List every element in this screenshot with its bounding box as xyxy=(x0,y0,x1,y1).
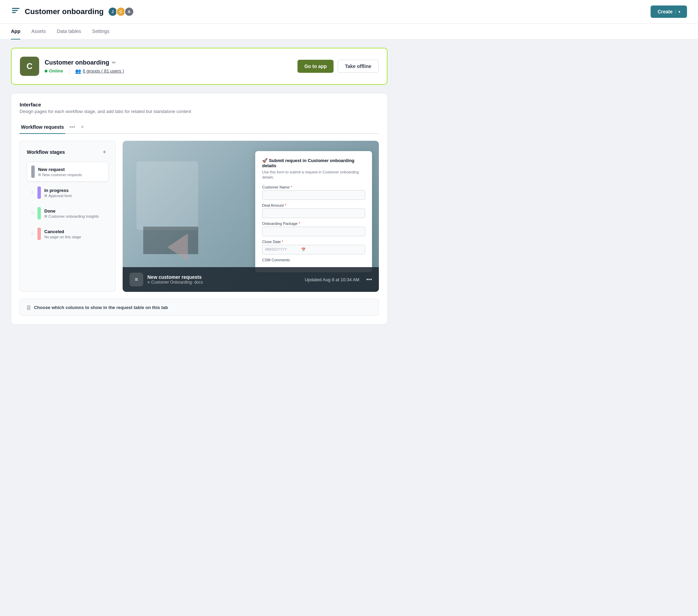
field-input-onboarding-package xyxy=(262,227,365,236)
stage-sub-text-in-progress: Approval form xyxy=(48,194,72,198)
logo-line-1 xyxy=(12,8,20,9)
stage-item-done[interactable]: ⠿ Done ⊞ Customer onboarding Insights xyxy=(27,204,109,223)
stage-sub-text-canceled: No page on this stage xyxy=(44,235,81,239)
stage-item-new-request[interactable]: New request ⊞ New customer requests xyxy=(27,162,109,182)
stage-color-done xyxy=(37,207,41,219)
stage-color-canceled xyxy=(37,228,41,240)
field-label-deal-amount: Deal Amount xyxy=(262,203,365,207)
bg-shape-1 xyxy=(136,161,198,230)
stage-sub-canceled: No page on this stage xyxy=(44,235,81,239)
main-content: C Customer onboarding ✏ Online | 👥 6 gro… xyxy=(0,39,398,333)
groups-text: 6 groups ( 81 users ) xyxy=(83,68,124,73)
tab-settings[interactable]: Settings xyxy=(92,24,110,39)
drag-handle-canceled: ⠿ xyxy=(31,231,34,236)
app-title: Customer onboarding xyxy=(25,7,104,16)
stage-info-done: Done ⊞ Customer onboarding Insights xyxy=(44,208,99,218)
field-input-deal-amount xyxy=(262,208,365,218)
groups-link[interactable]: 👥 6 groups ( 81 users ) xyxy=(75,68,124,74)
form-field-customer-name: Customer Name xyxy=(262,185,365,200)
form-title-text: Submit request in Customer onboarding de… xyxy=(262,158,354,168)
choose-columns[interactable]: ||| Choose which columns to show in the … xyxy=(20,299,379,316)
preview-doc-icon: ≡ xyxy=(130,273,143,286)
workflow-requests-tab[interactable]: Workflow requests xyxy=(20,121,65,134)
edit-icon[interactable]: ✏ xyxy=(112,60,116,65)
take-offline-button[interactable]: Take offline xyxy=(338,60,379,73)
app-icon-letter: C xyxy=(20,57,39,76)
avatar-a: A xyxy=(124,7,134,16)
stage-name-in-progress: In progress xyxy=(44,188,72,193)
preview-doc-info: ≡ New customer requests ≡ Customer Onboa… xyxy=(130,273,203,286)
table-icon-3: ⊞ xyxy=(44,214,47,218)
stages-title: Workflow stages xyxy=(27,149,65,155)
columns-icon: ||| xyxy=(27,305,31,310)
form-preview-card: 🚀 Submit request in Customer onboarding … xyxy=(255,151,372,272)
stage-info-in-progress: In progress ⊞ Approval form xyxy=(44,188,72,198)
preview-doc-text: New customer requests ≡ Customer Onboard… xyxy=(147,274,203,285)
stage-name-new: New request xyxy=(38,167,82,172)
preview-doc-sub: ≡ Customer Onboarding- docs xyxy=(147,280,203,285)
app-meta: Online | 👥 6 groups ( 81 users ) xyxy=(45,68,124,74)
form-field-deal-amount: Deal Amount xyxy=(262,203,365,218)
stage-item-in-progress[interactable]: ⠿ In progress ⊞ Approval form xyxy=(27,183,109,202)
stage-sub-done: ⊞ Customer onboarding Insights xyxy=(44,214,99,218)
field-input-close-date: MM/DD/YYYY 📅 xyxy=(262,245,365,254)
bg-shape-arrow xyxy=(167,233,188,261)
drag-handle-done: ⠿ xyxy=(31,211,34,216)
stages-panel: Workflow stages + New request ⊞ New cust… xyxy=(20,141,116,292)
preview-doc-title: New customer requests xyxy=(147,274,203,280)
preview-timestamp: Updated Aug 8 at 10:34 AM xyxy=(305,277,359,282)
stage-name-canceled: Canceled xyxy=(44,229,81,234)
interface-desc: Design pages for each workflow stage, an… xyxy=(20,109,379,114)
table-icon: ⊞ xyxy=(38,173,41,176)
interface-section: Interface Design pages for each workflow… xyxy=(11,93,387,324)
app-name-row: Customer onboarding ✏ xyxy=(45,59,124,66)
workflow-tab-menu[interactable]: ••• xyxy=(68,123,77,132)
field-label-close-date: Close Date xyxy=(262,240,365,244)
workflow-tab-add[interactable]: + xyxy=(79,123,86,132)
app-icon-text: C xyxy=(26,61,32,71)
tab-app[interactable]: App xyxy=(11,24,20,39)
app-card-left: C Customer onboarding ✏ Online | 👥 6 gro… xyxy=(20,57,124,76)
preview-bottom-bar: ≡ New customer requests ≡ Customer Onboa… xyxy=(123,267,379,292)
preview-inner: 🚀 Submit request in Customer onboarding … xyxy=(123,141,379,292)
app-info: Customer onboarding ✏ Online | 👥 6 group… xyxy=(45,59,124,74)
logo-icon xyxy=(11,7,21,16)
stages-add-button[interactable]: + xyxy=(100,148,109,156)
online-dot xyxy=(45,70,47,72)
create-chevron: ▾ xyxy=(675,10,680,14)
form-field-close-date: Close Date MM/DD/YYYY 📅 xyxy=(262,240,365,254)
stages-header: Workflow stages + xyxy=(27,148,109,156)
nav-tabs: App Assets Data tables Settings xyxy=(0,24,698,39)
choose-columns-text: Choose which columns to show in the requ… xyxy=(34,305,168,310)
field-label-csm-comments: CSM Comments xyxy=(262,258,365,262)
interface-title: Interface xyxy=(20,102,379,107)
tab-data-tables[interactable]: Data tables xyxy=(57,24,81,39)
app-name: Customer onboarding xyxy=(45,59,109,66)
workflow-tabs: Workflow requests ••• + xyxy=(20,121,379,134)
go-to-app-button[interactable]: Go to app xyxy=(297,60,334,73)
doc-sub-icon: ≡ xyxy=(147,280,150,285)
logo-line-3 xyxy=(12,12,16,13)
avatar-group: J C A xyxy=(108,7,134,16)
workflow-content: Workflow stages + New request ⊞ New cust… xyxy=(20,141,379,292)
online-badge: Online xyxy=(45,68,63,73)
form-preview-desc: Use this form to submit a request in Cus… xyxy=(262,170,365,180)
app-card: C Customer onboarding ✏ Online | 👥 6 gro… xyxy=(11,48,387,85)
stage-sub-text-new: New customer requests xyxy=(42,173,82,177)
stage-sub-in-progress: ⊞ Approval form xyxy=(44,194,72,198)
stage-item-canceled[interactable]: ⠿ Canceled No page on this stage xyxy=(27,224,109,243)
meta-divider: | xyxy=(68,68,69,73)
create-label: Create xyxy=(657,9,673,14)
create-button[interactable]: Create ▾ xyxy=(651,5,687,18)
table-icon-2: ⊞ xyxy=(44,194,47,197)
field-input-customer-name xyxy=(262,190,365,200)
tab-assets[interactable]: Assets xyxy=(31,24,46,39)
stage-name-done: Done xyxy=(44,208,99,214)
stage-info-canceled: Canceled No page on this stage xyxy=(44,229,81,239)
logo-line-2 xyxy=(12,10,18,11)
groups-icon: 👥 xyxy=(75,68,81,74)
preview-more-button[interactable]: ••• xyxy=(366,276,372,283)
stage-info-new: New request ⊞ New customer requests xyxy=(38,167,82,177)
form-field-onboarding-package: Onboarding Package xyxy=(262,221,365,236)
preview-right: Updated Aug 8 at 10:34 AM ••• xyxy=(305,276,372,283)
